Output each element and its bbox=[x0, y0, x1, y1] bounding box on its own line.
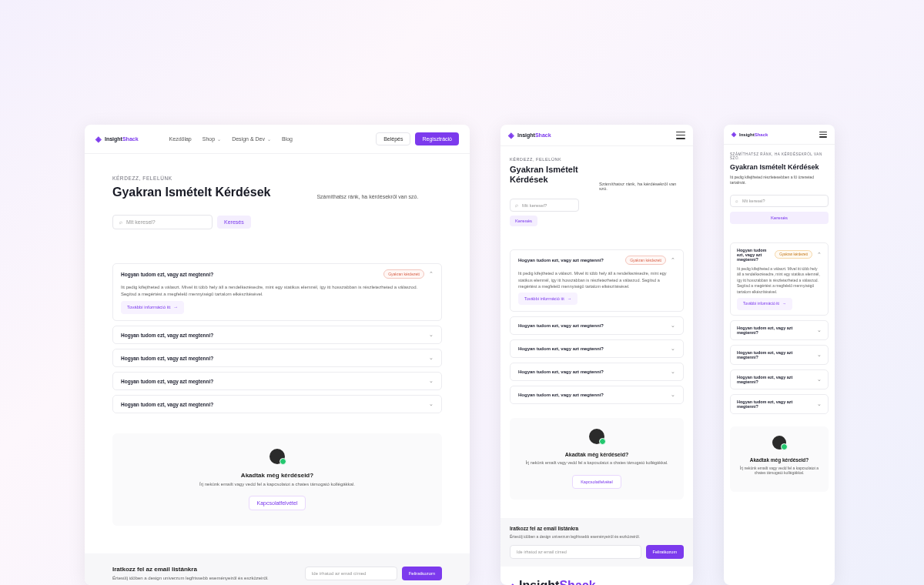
still-title: Akadtak még kérdéseid? bbox=[736, 457, 822, 463]
faq-item: Hogyan tudom ezt, vagy azt megtenni?⌄ bbox=[510, 339, 684, 358]
newsletter-sub: Értesülj időben a design univerzum legfr… bbox=[112, 576, 269, 580]
faq-item: Hogyan tudom ezt, vagy azt megtenni?⌄ bbox=[112, 372, 442, 390]
newsletter-input[interactable]: Ide írhatod az email címed bbox=[305, 567, 397, 580]
chevron-down-icon: ⌄ bbox=[817, 327, 822, 333]
faq-item: Hogyan tudom ezt, vagy azt megtenni?⌄ bbox=[730, 369, 829, 389]
logo-mark-icon: ◈ bbox=[510, 582, 516, 585]
faq-item: Hogyan tudom ezt, vagy azt megtenni?⌄ bbox=[510, 363, 684, 381]
chevron-down-icon: ⌄ bbox=[817, 401, 822, 407]
faq-toggle[interactable]: Hogyan tudom ezt, vagy azt megtenni?⌄ bbox=[731, 321, 828, 339]
faq-badge: Gyakran kérdezett bbox=[775, 250, 812, 259]
faq-item: Hogyan tudom ezt, vagy azt megtenni?⌄ bbox=[112, 326, 442, 344]
support-avatar bbox=[589, 429, 604, 444]
logo[interactable]: ◈ InsightShack bbox=[508, 131, 551, 139]
footer-logo[interactable]: ◈ InsightShack bbox=[510, 579, 684, 585]
faq-toggle[interactable]: Hogyan tudom ezt, vagy azt megtenni?⌄ bbox=[511, 363, 683, 380]
nav-blog[interactable]: Blog bbox=[282, 136, 293, 142]
hero: SZÁMÍTHATSZ RÁNK, HA KÉRDÉSEKRŐL VAN SZÓ… bbox=[724, 145, 835, 190]
faq-toggle[interactable]: Hogyan tudom ezt, vagy azt megtenni? Gya… bbox=[731, 243, 828, 266]
faq-toggle[interactable]: Hogyan tudom ezt, vagy azt megtenni?⌄ bbox=[731, 346, 828, 364]
topbar: ◈ InsightShack Kezdőlap Shop⌄ Design & D… bbox=[85, 125, 470, 154]
faq-more-link[interactable]: További információ itt → bbox=[518, 292, 578, 305]
hero-eyebrow: KÉRDEZZ, FELELÜNK bbox=[112, 176, 270, 181]
newsletter-submit[interactable]: Feliratkozom bbox=[402, 567, 442, 580]
newsletter-input[interactable]: Ide írhatod az email címed bbox=[510, 545, 641, 559]
chevron-down-icon: ⌄ bbox=[817, 352, 822, 358]
footer: ◈ InsightShack Ahol a felhasználó-közpon… bbox=[500, 567, 693, 585]
faq-toggle[interactable]: Hogyan tudom ezt, vagy azt megtenni?⌄ bbox=[731, 395, 828, 413]
newsletter-title: Iratkozz fel az email listánkra bbox=[112, 566, 269, 573]
menu-button[interactable] bbox=[819, 132, 827, 138]
nav-home[interactable]: Kezdőlap bbox=[169, 136, 192, 142]
still-sub: Írj nekünk emailt vagy vedd fel a kapcso… bbox=[131, 482, 424, 486]
chevron-down-icon: ⌄ bbox=[267, 136, 271, 142]
arrow-right-icon: → bbox=[782, 301, 786, 307]
frame-tablet: ◈ InsightShack KÉRDEZZ, FELELÜNK Gyakran… bbox=[500, 125, 693, 585]
faq-item-open: Hogyan tudom ezt, vagy azt megtenni? Gya… bbox=[510, 249, 684, 312]
faq-toggle[interactable]: Hogyan tudom ezt, vagy azt megtenni?⌄ bbox=[511, 340, 683, 357]
newsletter-form: Ide írhatod az email címed Feliratkozom bbox=[510, 545, 684, 559]
faq-answer: Itt pedig kifejtheted a választ. Mivel i… bbox=[511, 270, 683, 311]
contact-button[interactable]: Kapcsolatfelvétel bbox=[249, 496, 306, 510]
page-title: Gyakran Ismételt Kérdések bbox=[730, 163, 829, 172]
faq-more-link[interactable]: További információ itt → bbox=[121, 301, 184, 314]
contact-button[interactable]: Kapcsolatfelvétel bbox=[572, 475, 621, 489]
chevron-up-icon: ⌃ bbox=[671, 257, 675, 263]
faq-toggle[interactable]: Hogyan tudom ezt, vagy azt megtenni? Gya… bbox=[113, 264, 441, 284]
menu-button[interactable] bbox=[676, 132, 685, 139]
faq-toggle[interactable]: Hogyan tudom ezt, vagy azt megtenni?⌄ bbox=[511, 386, 683, 403]
faq-toggle[interactable]: Hogyan tudom ezt, vagy azt megtenni?⌄ bbox=[113, 396, 441, 413]
newsletter-band: Iratkozz fel az email listánkra Értesülj… bbox=[85, 553, 470, 585]
chevron-down-icon: ⌄ bbox=[217, 136, 221, 142]
faq-toggle[interactable]: Hogyan tudom ezt, vagy azt megtenni?⌄ bbox=[511, 317, 683, 334]
hero-subtitle: Számíthatsz ránk, ha kérdésekről van szó… bbox=[599, 182, 684, 191]
search-block: ⌕Mit keresel? Keresés bbox=[724, 190, 835, 224]
search-input[interactable]: ⌕Mit keresel? bbox=[510, 199, 579, 212]
support-avatar bbox=[772, 436, 786, 450]
faq-toggle[interactable]: Hogyan tudom ezt, vagy azt megtenni?⌄ bbox=[731, 370, 828, 389]
faq-toggle[interactable]: Hogyan tudom ezt, vagy azt megtenni? Gya… bbox=[511, 250, 683, 270]
topbar: ◈ InsightShack bbox=[500, 125, 693, 146]
chevron-down-icon: ⌄ bbox=[429, 378, 434, 384]
login-button[interactable]: Belépés bbox=[376, 132, 410, 145]
faq-toggle[interactable]: Hogyan tudom ezt, vagy azt megtenni?⌄ bbox=[113, 326, 441, 343]
main-nav: Kezdőlap Shop⌄ Design & Dev⌄ Blog bbox=[169, 136, 293, 142]
arrow-right-icon: → bbox=[173, 304, 178, 311]
faq-item: Hogyan tudom ezt, vagy azt megtenni?⌄ bbox=[112, 349, 442, 367]
search-button[interactable]: Keresés bbox=[217, 216, 251, 229]
still-sub: Írj nekünk emailt vagy vedd fel a kapcso… bbox=[736, 466, 822, 475]
hero-subtitle: Itt pedig kifejtheted részletesebben a f… bbox=[730, 175, 829, 186]
logo[interactable]: ◈ InsightShack bbox=[95, 135, 139, 143]
search-button[interactable]: Keresés bbox=[510, 216, 537, 226]
chevron-down-icon: ⌄ bbox=[671, 346, 675, 352]
still-questions-card: Akadtak még kérdéseid? Írj nekünk emailt… bbox=[112, 433, 442, 526]
still-questions-card: Akadtak még kérdéseid? Írj nekünk emailt… bbox=[510, 418, 684, 500]
faq-list: Hogyan tudom ezt, vagy azt megtenni? Gya… bbox=[85, 229, 470, 433]
faq-item-open: Hogyan tudom ezt, vagy azt megtenni? Gya… bbox=[730, 242, 829, 316]
newsletter-submit[interactable]: Feliratkozom bbox=[646, 545, 684, 559]
auth-buttons: Belépés Regisztráció bbox=[376, 132, 459, 145]
topbar: ◈ InsightShack bbox=[724, 125, 835, 145]
faq-toggle[interactable]: Hogyan tudom ezt, vagy azt megtenni?⌄ bbox=[113, 349, 441, 366]
faq-more-link[interactable]: További információ itt → bbox=[737, 298, 792, 310]
chevron-down-icon: ⌄ bbox=[671, 392, 675, 398]
faq-item-open: Hogyan tudom ezt, vagy azt megtenni? Gya… bbox=[112, 263, 442, 321]
faq-item: Hogyan tudom ezt, vagy azt megtenni?⌄ bbox=[510, 316, 684, 335]
faq-item: Hogyan tudom ezt, vagy azt megtenni?⌄ bbox=[730, 320, 829, 340]
search-input[interactable]: ⌕Mit keresel? bbox=[730, 195, 829, 207]
hero: KÉRDEZZ, FELELÜNK Gyakran Ismételt Kérdé… bbox=[85, 154, 470, 210]
signup-button[interactable]: Regisztráció bbox=[415, 132, 459, 145]
faq-list: Hogyan tudom ezt, vagy azt megtenni? Gya… bbox=[724, 224, 835, 426]
nav-design[interactable]: Design & Dev⌄ bbox=[232, 136, 271, 142]
logo[interactable]: ◈ InsightShack bbox=[732, 131, 768, 138]
search-button[interactable]: Keresés bbox=[730, 212, 829, 224]
faq-toggle[interactable]: Hogyan tudom ezt, vagy azt megtenni?⌄ bbox=[113, 373, 441, 389]
chevron-down-icon: ⌄ bbox=[671, 369, 675, 375]
nav-shop[interactable]: Shop⌄ bbox=[203, 136, 221, 142]
newsletter-title: Iratkozz fel az email listánkra bbox=[510, 526, 684, 531]
search-input[interactable]: ⌕ Mit keresel? bbox=[112, 215, 213, 229]
chevron-down-icon: ⌄ bbox=[429, 332, 434, 338]
chevron-down-icon: ⌄ bbox=[429, 401, 434, 407]
still-title: Akadtak még kérdéseid? bbox=[519, 452, 675, 457]
faq-item: Hogyan tudom ezt, vagy azt megtenni?⌄ bbox=[730, 394, 829, 414]
